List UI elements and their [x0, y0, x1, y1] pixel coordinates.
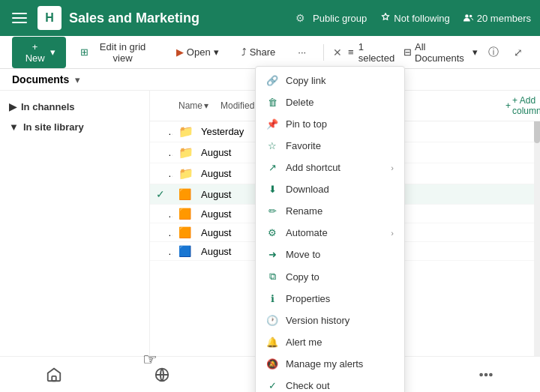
menu-label: Alert me: [286, 337, 322, 348]
menu-label: Rename: [286, 205, 322, 217]
chevron-icon: ▾: [214, 46, 219, 58]
app-logo: H: [38, 6, 62, 30]
menu-item-favorite[interactable]: ☆ Favorite: [256, 135, 404, 157]
menu-item-download[interactable]: ⬇ Download: [256, 178, 404, 200]
open-icon: ▶: [176, 46, 184, 58]
svg-point-11: [490, 373, 492, 376]
row-check[interactable]: [150, 126, 172, 137]
bottom-nav-home[interactable]: [46, 367, 62, 383]
menu-item-rename[interactable]: ✏ Rename: [256, 200, 404, 222]
new-button[interactable]: + New ▾: [12, 37, 66, 68]
members-label[interactable]: 20 members: [464, 13, 531, 24]
menu-label: Add shortcut: [286, 162, 340, 173]
menu-item-version-history[interactable]: 🕐 Version history: [256, 310, 404, 331]
row-check[interactable]: [150, 208, 172, 220]
file-name-cell: 🟧 Cross Cultural Marketing Campaigns.ppt…: [172, 208, 195, 220]
menu-label: Manage my alerts: [286, 358, 363, 370]
row-check[interactable]: ✓: [150, 188, 172, 200]
menu-icon-copy-link: 🔗: [266, 75, 278, 86]
menu-item-alert-me[interactable]: 🔔 Alert me: [256, 331, 404, 353]
menu-label: Version history: [286, 315, 350, 326]
folder-icon: 📁: [178, 124, 194, 139]
menu-label: Favorite: [286, 140, 321, 151]
menu-item-copy-to[interactable]: ⧉ Copy to: [256, 265, 404, 288]
submenu-arrow: ›: [391, 229, 394, 238]
all-documents-dropdown[interactable]: ⊟ All Documents ▾: [404, 41, 478, 64]
share-button[interactable]: ⤴ Share: [233, 42, 284, 62]
menu-icon-alert-me: 🔔: [266, 337, 278, 348]
row-check[interactable]: [150, 147, 172, 158]
info-button[interactable]: ⓘ: [484, 42, 502, 63]
documents-title: Documents: [12, 73, 69, 85]
svg-point-10: [485, 373, 488, 376]
context-menu: 🔗 Copy link 🗑 Delete 📌 Pin to top ☆ Favo…: [255, 66, 405, 392]
nav-right: Public group Not following 20 members: [313, 13, 531, 24]
in-site-library-section[interactable]: ▼ In site library: [0, 117, 149, 137]
menu-item-manage-alerts[interactable]: 🔕 Manage my alerts: [256, 353, 404, 375]
top-navigation: H Sales and Marketing ⚙ Public group Not…: [0, 0, 540, 36]
svg-rect-2: [52, 376, 56, 380]
hamburger-menu[interactable]: [9, 7, 30, 28]
bottom-nav-globe[interactable]: [154, 367, 170, 383]
toolbar-right: ✕ ≡ 1 selected ⊟ All Documents ▾ ⓘ ⤢: [333, 41, 528, 64]
row-check[interactable]: [150, 246, 172, 257]
settings-icon[interactable]: ⚙: [296, 12, 305, 24]
deselect-button[interactable]: ✕: [333, 46, 342, 58]
menu-icon-rename: ✏: [266, 205, 278, 217]
docx-icon: 🟦: [178, 245, 191, 257]
menu-icon-favorite: ☆: [266, 140, 278, 151]
toolbar-separator: [323, 44, 324, 61]
add-column-button[interactable]: + + Add column: [500, 95, 540, 116]
more-button[interactable]: ···: [290, 42, 314, 62]
svg-point-0: [465, 14, 468, 17]
menu-item-pin-to-top[interactable]: 📌 Pin to top: [256, 113, 404, 135]
menu-label: Copy link: [286, 75, 326, 86]
menu-item-move-to[interactable]: ➜ Move to: [256, 244, 404, 265]
menu-icon-properties: ℹ: [266, 293, 278, 304]
expand-button[interactable]: ⤢: [509, 42, 528, 63]
row-check[interactable]: [150, 227, 172, 238]
site-title: Sales and Marketing: [69, 10, 284, 26]
sort-icon: ▾: [204, 100, 208, 111]
file-tree-sidebar: ▶ In channels ▼ In site library: [0, 91, 150, 390]
file-name-cell: 📁 Monthly Reports: [172, 166, 195, 181]
menu-item-delete[interactable]: 🗑 Delete: [256, 91, 404, 113]
menu-label: Delete: [286, 97, 314, 108]
menu-label: Download: [286, 184, 329, 195]
menu-icon-delete: 🗑: [266, 97, 278, 108]
menu-icon-manage-alerts: 🔕: [266, 358, 278, 370]
pptx-icon: 🟧: [178, 188, 191, 200]
share-icon: ⤴: [242, 46, 247, 58]
group-label: Public group: [313, 13, 367, 24]
pptx-icon: 🟧: [178, 226, 191, 238]
file-name-cell: 📁 Archive: [172, 124, 195, 139]
menu-item-properties[interactable]: ℹ Properties: [256, 288, 404, 310]
menu-label: Pin to top: [286, 118, 327, 130]
toolbar: + New ▾ ⊞ Edit in grid view ▶ Open ▾ ⤴ S…: [0, 36, 540, 69]
edit-grid-button[interactable]: ⊞ Edit in grid view: [72, 37, 162, 68]
file-name-cell: 🟧 Branding Elements.pptx ⤴ ···: [172, 187, 195, 201]
svg-point-9: [480, 373, 482, 376]
menu-icon-check-out: ✓: [266, 380, 278, 391]
pptx-icon: 🟧: [178, 208, 191, 220]
list-icon: ≡: [348, 46, 354, 58]
svg-point-1: [470, 15, 472, 18]
menu-item-add-shortcut[interactable]: ↗ Add shortcut ›: [256, 157, 404, 178]
checkbox-col: [150, 95, 172, 116]
menu-icon-version-history: 🕐: [266, 315, 278, 326]
menu-icon-add-shortcut: ↗: [266, 162, 278, 173]
menu-item-automate[interactable]: ⚙ Automate ›: [256, 222, 404, 244]
name-col-header[interactable]: Name ▾: [172, 95, 214, 116]
in-channels-section[interactable]: ▶ In channels: [0, 97, 149, 117]
menu-item-check-out[interactable]: ✓ Check out: [256, 375, 404, 392]
row-check[interactable]: [150, 168, 172, 179]
menu-item-copy-link[interactable]: 🔗 Copy link: [256, 70, 404, 91]
follow-button[interactable]: Not following: [380, 13, 449, 24]
open-button[interactable]: ▶ Open ▾: [168, 42, 227, 62]
vertical-scrollbar[interactable]: [534, 91, 540, 390]
menu-icon-automate: ⚙: [266, 227, 278, 238]
bottom-nav-more[interactable]: [478, 367, 494, 383]
menu-label: Automate: [286, 227, 328, 238]
view-toggle[interactable]: ▾: [75, 74, 80, 85]
folder-icon: 📁: [178, 166, 194, 181]
